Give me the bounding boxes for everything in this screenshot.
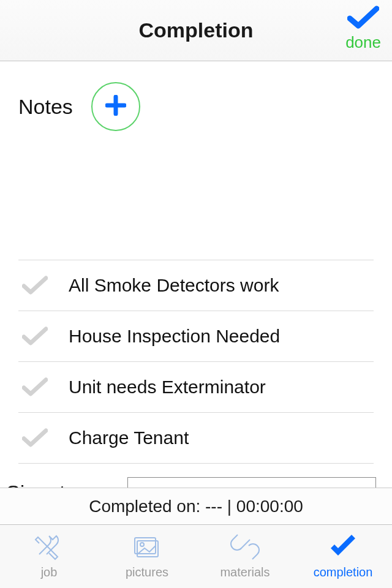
done-label: done <box>345 33 381 52</box>
tab-label: materials <box>220 565 270 579</box>
checklist-item[interactable]: Charge Tenant <box>18 413 374 464</box>
signature-input[interactable] <box>127 477 376 488</box>
navbar: Completion done <box>0 0 392 61</box>
content-area: Notes All Smoke Detectors work House Ins… <box>0 61 392 488</box>
checklist-item-label: House Inspection Needed <box>69 326 280 347</box>
checklist: All Smoke Detectors work House Inspectio… <box>18 260 374 464</box>
notes-section: Notes <box>0 61 392 131</box>
tab-bar: job pictures materials <box>0 524 392 588</box>
tab-label: completion <box>314 565 373 579</box>
tab-job[interactable]: job <box>0 525 98 588</box>
tab-label: pictures <box>126 565 168 579</box>
svg-point-2 <box>140 543 144 546</box>
tab-pictures[interactable]: pictures <box>98 525 196 588</box>
check-icon <box>327 533 359 563</box>
checklist-item-label: Charge Tenant <box>69 428 189 448</box>
completed-on-text: Completed on: --- | 00:00:00 <box>89 497 303 516</box>
signature-label: Signature <box>0 481 110 488</box>
check-icon <box>347 5 379 32</box>
checklist-item[interactable]: Unit needs Exterminator <box>18 362 374 413</box>
link-icon <box>229 533 261 563</box>
tab-label: job <box>41 565 58 579</box>
plus-icon <box>105 95 126 118</box>
checkmark-icon <box>18 275 59 296</box>
pictures-icon <box>131 533 163 563</box>
page-title: Completion <box>139 18 254 42</box>
checkmark-icon <box>18 377 59 398</box>
tab-materials[interactable]: materials <box>196 525 294 588</box>
checklist-item[interactable]: All Smoke Detectors work <box>18 260 374 311</box>
checkmark-icon <box>18 326 59 347</box>
signature-section: Signature <box>0 476 374 488</box>
status-bar: Completed on: --- | 00:00:00 <box>0 488 392 524</box>
tab-completion[interactable]: completion <box>294 525 392 588</box>
checklist-item-label: Unit needs Exterminator <box>69 377 266 398</box>
checklist-item-label: All Smoke Detectors work <box>69 275 279 296</box>
checklist-item[interactable]: House Inspection Needed <box>18 311 374 362</box>
add-note-button[interactable] <box>91 82 140 131</box>
tools-icon <box>33 533 65 563</box>
done-button[interactable]: done <box>345 5 381 52</box>
notes-label: Notes <box>18 95 73 119</box>
svg-rect-1 <box>135 538 156 554</box>
checkmark-icon <box>18 428 59 448</box>
